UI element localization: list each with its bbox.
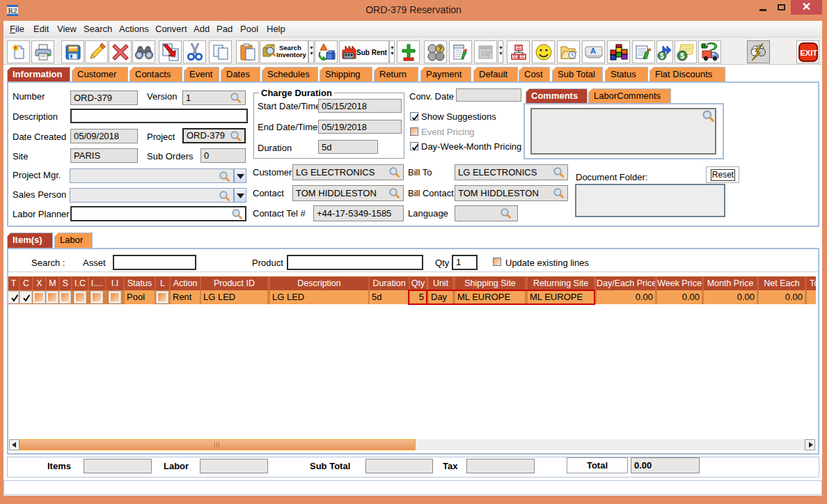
svg-text:Inventory: Inventory [276, 51, 306, 58]
svg-text:A: A [590, 47, 596, 55]
svg-text:$: $ [660, 52, 664, 60]
svg-text:EXIT: EXIT [800, 49, 817, 57]
svg-text:$: $ [680, 52, 684, 60]
svg-text:Sub Rent: Sub Rent [356, 49, 387, 56]
svg-text:?: ? [438, 45, 442, 53]
